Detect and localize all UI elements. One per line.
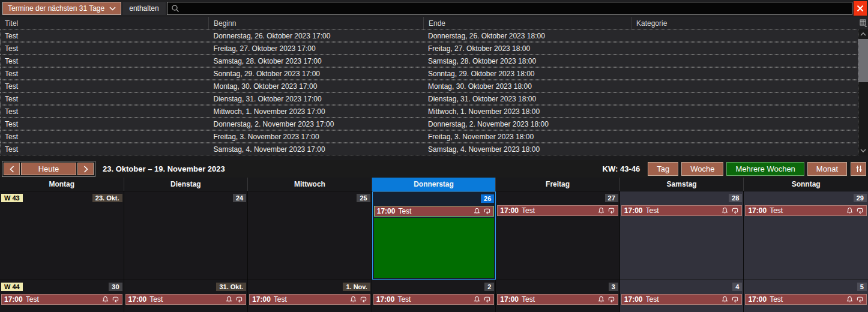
cell-ende: Freitag, 3. November 2023 18:00 bbox=[424, 131, 631, 142]
table-row[interactable]: Test Sonntag, 29. Oktober 2023 17:00 Son… bbox=[0, 67, 858, 80]
event-bar[interactable]: 17:00 Test bbox=[497, 294, 618, 305]
table-body: Test Donnerstag, 26. Oktober 2023 17:00 … bbox=[0, 29, 858, 155]
day-cell[interactable]: 24 bbox=[124, 191, 249, 280]
table-row[interactable]: Test Freitag, 27. Oktober 2023 17:00 Fre… bbox=[0, 42, 858, 55]
view-settings-button[interactable] bbox=[851, 162, 866, 176]
alarm-bell-icon bbox=[102, 296, 109, 303]
close-button[interactable] bbox=[854, 1, 867, 16]
cell-kategorie bbox=[631, 55, 858, 67]
view-button-mehrere-wochen[interactable]: Mehrere Wochen bbox=[726, 162, 804, 176]
day-cell[interactable]: 5 17:00 Test bbox=[744, 280, 868, 312]
date-strip: W 43 23. Okt. bbox=[0, 191, 124, 205]
view-button-monat[interactable]: Monat bbox=[807, 162, 847, 176]
event-bar[interactable]: 17:00 Test bbox=[373, 294, 495, 305]
day-cell[interactable]: 27 17:00 Test bbox=[496, 191, 620, 280]
table-row[interactable]: Test Montag, 30. Oktober 2023 17:00 Mont… bbox=[0, 80, 858, 92]
column-header-ende[interactable]: Ende bbox=[424, 17, 631, 29]
event-bar[interactable]: 17:00 Test bbox=[621, 205, 743, 216]
column-header-kategorie[interactable]: Kategorie bbox=[631, 17, 858, 29]
date-strip: 4 bbox=[620, 280, 744, 293]
event-bar[interactable]: 17:00 Test bbox=[745, 294, 867, 305]
scroll-up-button[interactable] bbox=[858, 29, 868, 39]
cell-titel: Test bbox=[1, 143, 209, 155]
table-row[interactable]: Test Freitag, 3. November 2023 17:00 Fre… bbox=[0, 130, 858, 143]
column-header-beginn[interactable]: Beginn bbox=[209, 17, 424, 29]
day-cell[interactable]: 4 17:00 Test bbox=[620, 280, 744, 312]
event-title: Test bbox=[770, 206, 843, 215]
cell-ende: Freitag, 27. Oktober 2023 18:00 bbox=[424, 43, 631, 54]
day-cell[interactable]: 2 17:00 Test bbox=[372, 280, 496, 312]
today-button[interactable]: Heute bbox=[21, 163, 76, 175]
day-cell[interactable]: 28 17:00 Test bbox=[620, 191, 744, 280]
navigation-group: Heute bbox=[2, 161, 95, 177]
next-button[interactable] bbox=[77, 163, 94, 175]
event-title: Test bbox=[646, 206, 719, 215]
table-row[interactable]: Test Samstag, 28. Oktober 2023 17:00 Sam… bbox=[0, 55, 858, 67]
column-picker-button[interactable] bbox=[858, 17, 868, 29]
day-cell[interactable]: 3 17:00 Test bbox=[496, 280, 620, 312]
close-icon bbox=[857, 5, 864, 12]
date-strip: 27 bbox=[496, 191, 619, 205]
day-cell[interactable]: 31. Okt. 17:00 Test bbox=[124, 280, 249, 312]
search-input[interactable] bbox=[183, 4, 848, 13]
date-strip: 3 bbox=[496, 280, 619, 293]
week-numbers-label: KW: 43-46 bbox=[603, 164, 640, 173]
pane-splitter[interactable] bbox=[0, 155, 868, 160]
view-button-woche[interactable]: Woche bbox=[681, 162, 723, 176]
event-bar[interactable]: 17:00 Test bbox=[374, 206, 495, 217]
table-row[interactable]: Test Dienstag, 31. Oktober 2023 17:00 Di… bbox=[0, 92, 858, 105]
table-row[interactable]: Test Donnerstag, 26. Oktober 2023 17:00 … bbox=[0, 29, 858, 42]
date-chip: 4 bbox=[732, 283, 742, 291]
alarm-bell-icon bbox=[722, 296, 728, 303]
day-header-donnerstag: Donnerstag bbox=[372, 178, 496, 191]
cell-titel: Test bbox=[1, 68, 209, 79]
day-header-montag: Montag bbox=[0, 178, 124, 191]
day-cell[interactable]: 29 17:00 Test bbox=[744, 191, 868, 280]
recurrence-icon bbox=[235, 296, 243, 303]
previous-button[interactable] bbox=[4, 163, 20, 175]
table-row[interactable]: Test Samstag, 4. November 2023 17:00 Sam… bbox=[0, 143, 858, 155]
event-bar[interactable]: 17:00 Test bbox=[745, 205, 867, 216]
day-header-freitag: Freitag bbox=[496, 178, 620, 191]
event-time: 17:00 bbox=[624, 295, 643, 304]
event-bar[interactable]: 17:00 Test bbox=[1, 294, 122, 305]
table-row[interactable]: Test Mittwoch, 1. November 2023 17:00 Mi… bbox=[0, 105, 858, 118]
event-bar[interactable]: 17:00 Test bbox=[497, 205, 618, 216]
event-bar[interactable]: 17:00 Test bbox=[125, 294, 247, 305]
week-row: W 43 23. Okt. 24 25 26 17:00 Test bbox=[0, 191, 868, 280]
cell-ende: Donnerstag, 26. Oktober 2023 18:00 bbox=[424, 30, 631, 41]
column-header-titel[interactable]: Titel bbox=[0, 17, 209, 29]
vertical-scrollbar[interactable] bbox=[858, 17, 868, 155]
day-cell[interactable]: 25 bbox=[248, 191, 372, 280]
scrollbar-track[interactable] bbox=[858, 82, 868, 146]
event-title: Test bbox=[398, 207, 471, 215]
day-cell[interactable]: W 43 23. Okt. bbox=[0, 191, 124, 280]
scroll-down-button[interactable] bbox=[858, 146, 868, 155]
event-bar[interactable]: 17:00 Test bbox=[249, 294, 370, 305]
cell-titel: Test bbox=[1, 80, 209, 92]
view-button-tag[interactable]: Tag bbox=[648, 162, 678, 176]
date-strip: 24 bbox=[124, 191, 248, 205]
date-chip: 26 bbox=[481, 194, 494, 203]
event-title: Test bbox=[397, 295, 471, 304]
day-cell[interactable]: 1. Nov. 17:00 Test bbox=[248, 280, 372, 312]
cell-titel: Test bbox=[1, 131, 209, 142]
event-bar[interactable]: 17:00 Test bbox=[621, 294, 743, 305]
event-filter-dropdown[interactable]: Termine der nächsten 31 Tage bbox=[2, 2, 121, 15]
date-chip: 1. Nov. bbox=[343, 283, 370, 291]
cell-ende: Mittwoch, 1. November 2023 18:00 bbox=[424, 106, 631, 117]
match-mode-button[interactable]: enthalten bbox=[122, 2, 165, 15]
date-strip: 31. Okt. bbox=[124, 280, 248, 293]
scrollbar-thumb[interactable] bbox=[858, 39, 868, 82]
table-row[interactable]: Test Donnerstag, 2. November 2023 17:00 … bbox=[0, 118, 858, 130]
match-mode-label: enthalten bbox=[129, 4, 158, 13]
week-row: W 44 30 17:00 Test 31. Okt. 17:00 Test bbox=[0, 280, 868, 312]
day-cell[interactable]: W 44 30 17:00 Test bbox=[0, 280, 124, 312]
sliders-icon bbox=[855, 165, 863, 173]
day-cell[interactable]: 26 17:00 Test bbox=[372, 191, 496, 280]
week-number-badge: W 44 bbox=[1, 283, 23, 291]
search-box[interactable] bbox=[167, 2, 852, 15]
day-header-samstag: Samstag bbox=[620, 178, 744, 191]
date-chip: 2 bbox=[484, 283, 494, 291]
cell-ende: Samstag, 4. November 2023 18:00 bbox=[424, 143, 631, 155]
